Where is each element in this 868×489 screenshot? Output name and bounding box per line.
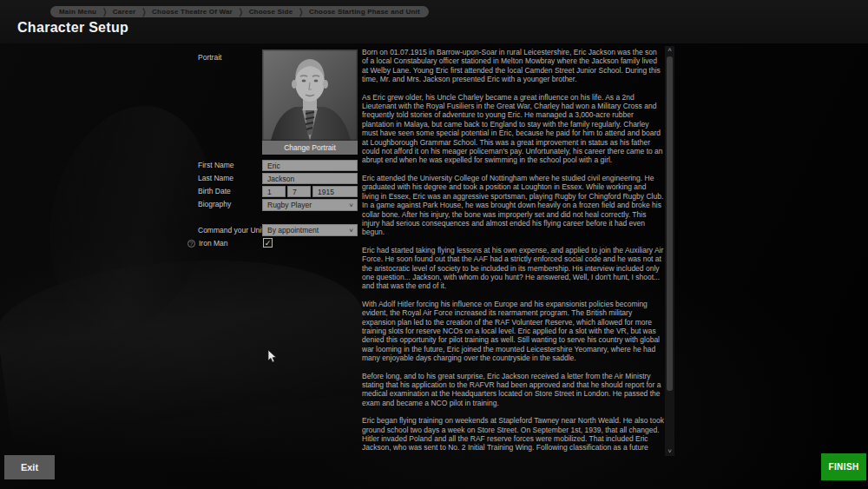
command-unit-label: Command your Unit xyxy=(198,226,264,235)
biography-dropdown[interactable]: Rugby Player ˅ xyxy=(262,199,358,211)
background-aircraft-shape xyxy=(0,236,373,442)
birth-date-label: Birth Date xyxy=(198,187,231,195)
birth-month-input[interactable]: 7 xyxy=(287,186,311,197)
bio-paragraph: With Adolf Hitler forcing his influence … xyxy=(362,300,664,363)
breadcrumb-item-career[interactable]: Career xyxy=(113,8,136,16)
breadcrumb-item-main-menu[interactable]: Main Menu xyxy=(59,8,96,16)
biography-text-panel[interactable]: Born on 01.07.1915 in Barrow-upon-Soar i… xyxy=(362,48,664,452)
bio-paragraph: As Eric grew older, his Uncle Charley be… xyxy=(362,93,664,165)
breadcrumb-separator-icon: ❭ xyxy=(238,7,244,17)
iron-man-checkbox[interactable]: ✓ xyxy=(263,238,273,248)
mouse-cursor-icon xyxy=(267,349,278,363)
top-header: Main Menu ❭ Career ❭ Choose Theatre Of W… xyxy=(0,0,868,43)
last-name-label: Last Name xyxy=(198,174,233,182)
character-setup-screen: Main Menu ❭ Career ❭ Choose Theatre Of W… xyxy=(0,0,868,489)
check-icon: ✓ xyxy=(265,239,272,248)
breadcrumb-item-choose-side[interactable]: Choose Side xyxy=(249,8,293,16)
bio-paragraph: Eric had started taking flying lessons a… xyxy=(362,246,664,291)
bio-paragraph: Eric began flying training on weekends a… xyxy=(362,416,664,452)
iron-man-label: Iron Man xyxy=(199,239,228,248)
background-scene-shape xyxy=(27,89,233,346)
portrait-image xyxy=(262,50,358,141)
biography-dropdown-value: Rugby Player xyxy=(267,201,312,209)
portrait-label: Portrait xyxy=(198,53,221,62)
breadcrumb-item-choose-theatre[interactable]: Choose Theatre Of War xyxy=(152,8,233,16)
first-name-input[interactable]: Eric xyxy=(262,160,358,171)
command-unit-dropdown-value: By appointment xyxy=(267,226,319,235)
scrollbar-thumb[interactable] xyxy=(667,56,673,391)
breadcrumb: Main Menu ❭ Career ❭ Choose Theatre Of W… xyxy=(50,6,429,17)
command-unit-dropdown[interactable]: By appointment ˅ xyxy=(262,224,358,236)
chevron-down-icon: ˅ xyxy=(349,200,353,211)
finish-button[interactable]: FINISH xyxy=(821,453,866,480)
change-portrait-button[interactable]: Change Portrait xyxy=(262,141,358,155)
birth-day-input[interactable]: 1 xyxy=(262,186,286,197)
last-name-input[interactable]: Jackson xyxy=(262,173,358,184)
first-name-label: First Name xyxy=(198,161,234,169)
portrait-photo xyxy=(262,50,358,141)
breadcrumb-separator-icon: ❭ xyxy=(141,7,147,17)
exit-button[interactable]: Exit xyxy=(4,455,55,479)
page-title: Character Setup xyxy=(17,20,128,36)
chevron-down-icon: ˅ xyxy=(349,225,353,236)
help-icon: ? xyxy=(187,240,195,248)
biography-label: Biography xyxy=(198,200,231,208)
bio-scrollbar[interactable]: ˄ ˅ xyxy=(665,46,674,456)
breadcrumb-item-choose-phase-unit[interactable]: Choose Starting Phase and Unit xyxy=(309,8,420,16)
scroll-up-icon[interactable]: ˄ xyxy=(665,46,674,55)
birth-year-input[interactable]: 1915 xyxy=(312,186,358,197)
scroll-down-icon[interactable]: ˅ xyxy=(665,447,674,456)
iron-man-row: ? Iron Man xyxy=(187,239,228,248)
bio-paragraph: Eric attended the University College of … xyxy=(362,174,664,237)
bio-paragraph: Born on 01.07.1915 in Barrow-upon-Soar i… xyxy=(362,48,664,84)
bio-paragraph: Before long, and to his great surprise, … xyxy=(362,372,664,408)
breadcrumb-separator-icon: ❭ xyxy=(298,7,304,17)
breadcrumb-separator-icon: ❭ xyxy=(102,7,108,17)
